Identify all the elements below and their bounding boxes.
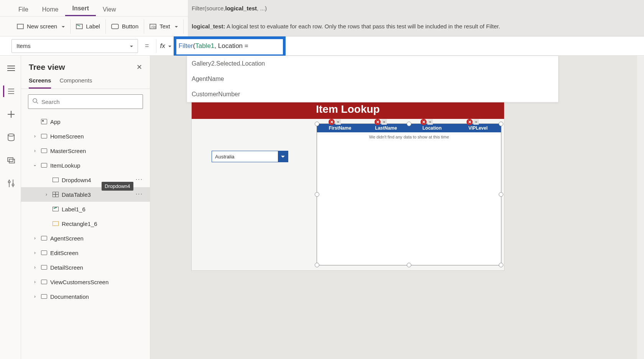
suggestion-item[interactable]: CustomerNumber: [187, 87, 558, 102]
fx-icon: fx: [160, 42, 165, 50]
column-menu-icon[interactable]: [381, 119, 387, 125]
remove-column-icon[interactable]: ✕: [467, 119, 473, 125]
svg-point-17: [12, 184, 14, 186]
svg-rect-0: [17, 24, 23, 29]
selection-handle[interactable]: [407, 122, 411, 126]
table-column-header[interactable]: ✕ Location: [409, 124, 455, 132]
tree-search[interactable]: [28, 94, 143, 109]
table-column-header[interactable]: ✕ FirstName: [317, 124, 363, 132]
rail-data[interactable]: [3, 132, 18, 143]
chevron-icon[interactable]: [32, 163, 38, 168]
tree-item-rectangle1_6[interactable]: Rectangle1_6: [21, 216, 150, 231]
rail-advanced[interactable]: [3, 178, 18, 189]
tree-view-panel: Tree view ✕ Screens Components AppHomeSc…: [21, 56, 150, 359]
table-empty-message: We didn't find any data to show at this …: [317, 132, 501, 142]
menu-view[interactable]: View: [96, 2, 123, 16]
column-menu-icon[interactable]: [335, 119, 341, 125]
property-selector[interactable]: Items: [12, 39, 138, 53]
tree-tabs: Screens Components: [21, 74, 150, 89]
selection-handle[interactable]: [499, 263, 503, 267]
tree-item-masterscreen[interactable]: MasterScreen: [21, 143, 150, 158]
formula-input[interactable]: Filter(Table1, Location =: [176, 39, 644, 53]
more-icon[interactable]: ···: [136, 191, 143, 198]
table-column-header[interactable]: ✕ LastName: [363, 124, 409, 132]
tree-view-title: Tree view: [29, 63, 65, 72]
chevron-icon[interactable]: [32, 148, 38, 153]
more-icon[interactable]: ···: [136, 176, 143, 183]
selection-handle[interactable]: [499, 192, 503, 197]
chevron-icon[interactable]: [32, 279, 38, 285]
tree-item-homescreen[interactable]: HomeScreen: [21, 129, 150, 143]
data-table[interactable]: ✕ FirstName ✕ LastName ✕ Location ✕ VIPL…: [317, 124, 501, 265]
rail-tree-view[interactable]: [3, 86, 18, 97]
remove-column-icon[interactable]: ✕: [375, 119, 381, 125]
tree-item-label: ViewCustomersScreen: [50, 279, 108, 285]
scrollbar-track[interactable]: [637, 56, 644, 359]
chevron-icon[interactable]: [32, 265, 38, 270]
rail-media[interactable]: [3, 155, 18, 166]
close-icon[interactable]: ✕: [136, 63, 142, 71]
selection-handle[interactable]: [407, 263, 411, 267]
property-selector-value: Items: [16, 43, 31, 49]
svg-rect-13: [9, 159, 15, 163]
new-screen-button[interactable]: New screen: [12, 19, 71, 34]
svg-rect-3: [112, 24, 118, 29]
remove-column-icon[interactable]: ✕: [421, 119, 427, 125]
rail-insert[interactable]: [3, 109, 18, 120]
formula-param-description: logical_test: A logical test to evaluate…: [188, 16, 644, 36]
menu-home[interactable]: Home: [35, 2, 66, 16]
tree-item-itemlookup[interactable]: ItemLookup: [21, 158, 150, 173]
selection-handle[interactable]: [315, 192, 319, 197]
chevron-icon[interactable]: [32, 250, 38, 255]
chevron-icon[interactable]: [32, 235, 38, 241]
suggestion-item[interactable]: AgentName: [187, 71, 558, 87]
tree-item-label: Documentation: [50, 293, 89, 300]
tab-components[interactable]: Components: [59, 77, 92, 89]
chevron-down-icon: [278, 151, 288, 162]
selection-handle[interactable]: [315, 263, 319, 267]
rail-hamburger[interactable]: [3, 63, 18, 74]
rect-icon: [53, 221, 59, 226]
menu-insert[interactable]: Insert: [65, 1, 96, 16]
table-column-header[interactable]: ✕ VIPLevel: [455, 124, 501, 132]
tree-item-app[interactable]: App: [21, 114, 150, 129]
app-icon: [41, 119, 47, 124]
search-input[interactable]: [41, 99, 139, 105]
remove-column-icon[interactable]: ✕: [329, 119, 335, 125]
tree-item-agentscreen[interactable]: AgentScreen: [21, 231, 150, 245]
hint-highlight: logical_test: [225, 5, 257, 12]
column-chip: ✕: [467, 119, 479, 125]
column-menu-icon[interactable]: [473, 119, 479, 125]
tab-screens[interactable]: Screens: [29, 77, 51, 89]
screen-icon: [41, 265, 47, 270]
chevron-icon[interactable]: [32, 294, 38, 299]
selection-handle[interactable]: [499, 122, 503, 126]
text-button[interactable]: Abc Text: [144, 19, 184, 34]
column-label: LastName: [375, 125, 397, 131]
label-icon: [76, 24, 83, 29]
text-icon: Abc: [150, 24, 156, 29]
selection-handle[interactable]: [315, 122, 319, 126]
equals-sign: =: [138, 42, 156, 50]
fx-button[interactable]: fx: [156, 39, 176, 53]
tree-item-dropdown4[interactable]: Dropdown4···Dropdown4: [21, 173, 150, 187]
label-button[interactable]: Label: [71, 19, 106, 34]
chevron-icon[interactable]: [43, 192, 49, 197]
column-menu-icon[interactable]: [427, 119, 433, 125]
chevron-icon[interactable]: [32, 133, 38, 139]
app-canvas[interactable]: Item Lookup Australia ✕ FirstName ✕ Last…: [192, 100, 504, 270]
tree-item-label1_6[interactable]: Label1_6: [21, 202, 150, 216]
suggestion-item[interactable]: Gallery2.Selected.Location: [187, 56, 558, 71]
tree-item-editscreen[interactable]: EditScreen: [21, 245, 150, 260]
button-icon: [111, 24, 119, 29]
tree-item-viewcustomersscreen[interactable]: ViewCustomersScreen: [21, 275, 150, 289]
menu-file[interactable]: File: [12, 2, 35, 16]
screen-icon: [41, 294, 47, 299]
screen-icon: [41, 250, 47, 255]
tree-item-detailscreen[interactable]: DetailScreen: [21, 260, 150, 275]
svg-rect-12: [8, 158, 13, 161]
dropdown-control[interactable]: Australia: [212, 151, 288, 162]
left-rail: [0, 56, 21, 359]
tree-item-documentation[interactable]: Documentation: [21, 289, 150, 304]
button-button[interactable]: Button: [106, 19, 144, 34]
